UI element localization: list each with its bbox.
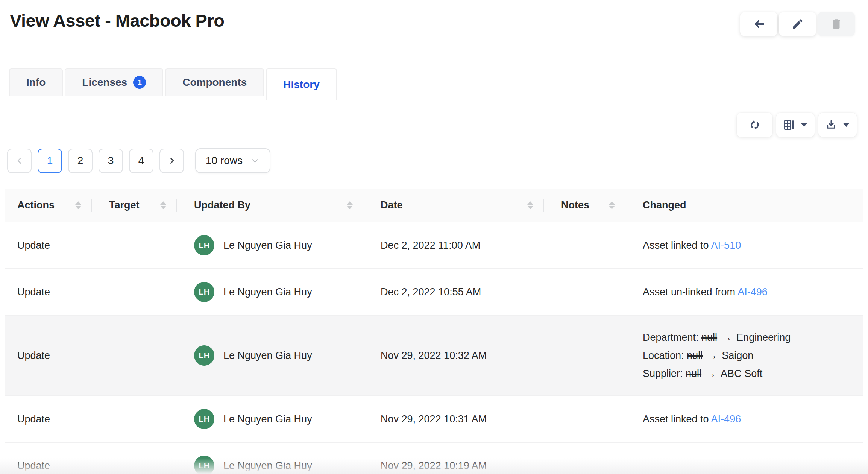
avatar: LH <box>194 409 214 429</box>
cell-notes <box>544 269 625 315</box>
table-toolbar <box>0 113 868 137</box>
chevron-left-icon <box>15 156 24 166</box>
cell-updated-by: LHLe Nguyen Gia Huy <box>177 396 363 442</box>
column-header-notes[interactable]: Notes <box>544 189 625 222</box>
column-header-date[interactable]: Date <box>363 189 544 222</box>
download-icon <box>825 119 837 131</box>
changed-text: Supplier: <box>643 368 686 379</box>
changed-text: Department: <box>643 332 701 343</box>
arrow-left-icon <box>752 17 766 31</box>
changed-text: Engineering <box>736 332 791 343</box>
cell-notes <box>544 315 625 396</box>
refresh-button[interactable] <box>737 113 772 137</box>
table-header-row: ActionsTargetUpdated ByDateNotesChanged <box>5 189 863 222</box>
history-table-wrap: ActionsTargetUpdated ByDateNotesChanged … <box>5 189 863 474</box>
table-row: UpdateLHLe Nguyen Gia HuyDec 2, 2022 11:… <box>5 222 863 269</box>
columns-button[interactable] <box>776 113 815 137</box>
arrow-right-icon: → <box>707 350 717 361</box>
view-asset-page: View Asset - Macbook Pro InfoLicenses1Co… <box>0 0 868 474</box>
avatar: LH <box>194 345 214 366</box>
column-header-target[interactable]: Target <box>92 189 177 222</box>
column-label: Target <box>109 199 140 211</box>
cell-updated-by: LHLe Nguyen Gia Huy <box>177 222 363 269</box>
tab-label: History <box>283 79 319 91</box>
cell-updated-by: LHLe Nguyen Gia Huy <box>177 442 363 474</box>
cell-actions: Update <box>5 269 92 315</box>
sorter-icon <box>609 201 615 209</box>
user-name: Le Nguyen Gia Huy <box>223 350 312 362</box>
changed-text: Asset linked to <box>643 240 711 251</box>
back-button[interactable] <box>740 12 777 36</box>
cell-date: Dec 2, 2022 11:00 AM <box>363 222 544 269</box>
edit-button[interactable] <box>779 12 816 36</box>
cell-changed: Department: null→EngineeringLocation: nu… <box>625 315 863 396</box>
changed-line: Supplier: null→ABC Soft <box>643 365 856 383</box>
arrow-right-icon: → <box>722 332 732 343</box>
cell-changed <box>625 442 863 474</box>
tab-components[interactable]: Components <box>165 68 264 96</box>
export-button[interactable] <box>818 113 857 137</box>
page-title: View Asset - Macbook Pro <box>10 10 224 32</box>
pagination-page-1[interactable]: 1 <box>38 149 62 173</box>
table-body: UpdateLHLe Nguyen Gia HuyDec 2, 2022 11:… <box>5 222 863 474</box>
column-label: Actions <box>17 199 55 211</box>
tab-badge: 1 <box>133 76 146 89</box>
arrow-right-icon: → <box>706 368 716 379</box>
sorter-icon <box>75 201 81 209</box>
table-row: UpdateLHLe Nguyen Gia HuyDec 2, 2022 10:… <box>5 269 863 315</box>
column-label: Notes <box>561 199 589 211</box>
chevron-down-icon <box>250 156 260 166</box>
caret-down-icon <box>842 122 850 128</box>
pagination: 123410 rows <box>7 148 868 173</box>
cell-notes <box>544 442 625 474</box>
changed-line: Asset un-linked from AI-496 <box>643 283 856 301</box>
avatar: LH <box>194 456 214 474</box>
rows-per-page-value: 10 rows <box>206 155 243 167</box>
page-header: View Asset - Macbook Pro <box>0 0 868 36</box>
tab-label: Components <box>182 76 247 88</box>
cell-actions: Update <box>5 315 92 396</box>
old-value: null <box>687 350 703 361</box>
header-actions <box>740 12 855 36</box>
cell-target <box>92 269 177 315</box>
table-row: UpdateLHLe Nguyen Gia HuyNov 29, 2022 10… <box>5 442 863 474</box>
pagination-page-3[interactable]: 3 <box>99 149 123 173</box>
cell-date: Nov 29, 2022 10:19 AM <box>363 442 544 474</box>
table-row: UpdateLHLe Nguyen Gia HuyNov 29, 2022 10… <box>5 396 863 442</box>
cell-date: Nov 29, 2022 10:32 AM <box>363 315 544 396</box>
column-header-updated_by[interactable]: Updated By <box>177 189 363 222</box>
asset-link[interactable]: AI-496 <box>737 286 768 298</box>
tab-label: Info <box>26 76 46 88</box>
user-name: Le Nguyen Gia Huy <box>223 413 312 425</box>
column-header-changed: Changed <box>625 189 863 222</box>
changed-text: ABC Soft <box>721 368 762 379</box>
rows-per-page-select[interactable]: 10 rows <box>195 148 270 173</box>
pagination-page-2[interactable]: 2 <box>68 149 93 173</box>
delete-button[interactable] <box>818 12 855 36</box>
changed-text: Asset linked to <box>643 413 711 425</box>
tab-bar: InfoLicenses1ComponentsHistory <box>9 68 868 100</box>
tab-licenses[interactable]: Licenses1 <box>65 68 163 96</box>
table-row: UpdateLHLe Nguyen Gia HuyNov 29, 2022 10… <box>5 315 863 396</box>
tab-history[interactable]: History <box>266 68 337 100</box>
cell-date: Dec 2, 2022 10:55 AM <box>363 269 544 315</box>
pagination-next-button[interactable] <box>159 149 184 173</box>
old-value: null <box>701 332 717 343</box>
cell-changed: Asset linked to AI-496 <box>625 396 863 442</box>
asset-link[interactable]: AI-510 <box>711 240 741 251</box>
trash-icon <box>830 18 843 30</box>
asset-link[interactable]: AI-496 <box>711 413 741 425</box>
sorter-icon <box>527 201 533 209</box>
cell-changed: Asset linked to AI-510 <box>625 222 863 269</box>
history-table: ActionsTargetUpdated ByDateNotesChanged … <box>5 189 863 474</box>
pagination-page-4[interactable]: 4 <box>129 149 153 173</box>
cell-target <box>92 222 177 269</box>
cell-notes <box>544 396 625 442</box>
changed-line: Department: null→Engineering <box>643 328 856 346</box>
pagination-prev-button[interactable] <box>7 149 32 173</box>
pencil-icon <box>791 18 804 30</box>
user-name: Le Nguyen Gia Huy <box>223 240 312 251</box>
cell-date: Nov 29, 2022 10:31 AM <box>363 396 544 442</box>
tab-info[interactable]: Info <box>9 68 63 96</box>
column-header-actions[interactable]: Actions <box>5 189 92 222</box>
